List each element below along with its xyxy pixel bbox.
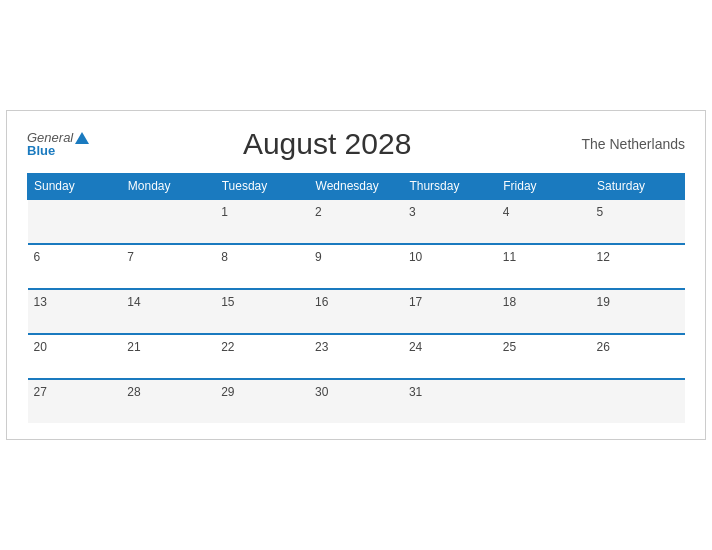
day-number: 30 [315, 385, 328, 399]
day-number: 5 [597, 205, 604, 219]
calendar-day-cell: 26 [591, 334, 685, 379]
day-number: 13 [34, 295, 47, 309]
calendar-day-cell: 10 [403, 244, 497, 289]
calendar-table: Sunday Monday Tuesday Wednesday Thursday… [27, 173, 685, 423]
day-number: 19 [597, 295, 610, 309]
calendar-day-cell: 29 [215, 379, 309, 423]
calendar-day-cell: 2 [309, 199, 403, 244]
calendar-container: General Blue August 2028 The Netherlands… [6, 110, 706, 440]
day-number: 27 [34, 385, 47, 399]
calendar-week-row: 20212223242526 [28, 334, 685, 379]
country-label: The Netherlands [565, 136, 685, 152]
calendar-day-cell: 23 [309, 334, 403, 379]
calendar-day-cell [591, 379, 685, 423]
calendar-day-cell: 17 [403, 289, 497, 334]
logo: General Blue [27, 131, 89, 158]
day-number: 14 [127, 295, 140, 309]
day-number: 15 [221, 295, 234, 309]
calendar-title: August 2028 [89, 127, 565, 161]
calendar-day-cell: 28 [121, 379, 215, 423]
day-number: 11 [503, 250, 516, 264]
calendar-body: 1234567891011121314151617181920212223242… [28, 199, 685, 423]
calendar-day-cell: 15 [215, 289, 309, 334]
calendar-day-cell: 9 [309, 244, 403, 289]
day-number: 3 [409, 205, 416, 219]
day-number: 16 [315, 295, 328, 309]
day-number: 2 [315, 205, 322, 219]
calendar-day-cell: 4 [497, 199, 591, 244]
day-number: 1 [221, 205, 228, 219]
day-number: 29 [221, 385, 234, 399]
calendar-day-cell: 18 [497, 289, 591, 334]
day-number: 12 [597, 250, 610, 264]
header-saturday: Saturday [591, 174, 685, 200]
calendar-day-cell [121, 199, 215, 244]
calendar-day-cell: 5 [591, 199, 685, 244]
day-number: 8 [221, 250, 228, 264]
day-number: 21 [127, 340, 140, 354]
header-friday: Friday [497, 174, 591, 200]
calendar-day-cell: 14 [121, 289, 215, 334]
day-number: 26 [597, 340, 610, 354]
header-thursday: Thursday [403, 174, 497, 200]
calendar-week-row: 2728293031 [28, 379, 685, 423]
calendar-day-cell: 8 [215, 244, 309, 289]
day-number: 22 [221, 340, 234, 354]
calendar-day-cell: 3 [403, 199, 497, 244]
header-sunday: Sunday [28, 174, 122, 200]
calendar-day-cell: 31 [403, 379, 497, 423]
header-tuesday: Tuesday [215, 174, 309, 200]
calendar-day-cell [497, 379, 591, 423]
weekday-header-row: Sunday Monday Tuesday Wednesday Thursday… [28, 174, 685, 200]
day-number: 20 [34, 340, 47, 354]
logo-triangle-icon [75, 132, 89, 144]
header-monday: Monday [121, 174, 215, 200]
day-number: 25 [503, 340, 516, 354]
calendar-week-row: 12345 [28, 199, 685, 244]
day-number: 31 [409, 385, 422, 399]
calendar-day-cell: 20 [28, 334, 122, 379]
calendar-day-cell: 25 [497, 334, 591, 379]
calendar-day-cell: 13 [28, 289, 122, 334]
header-wednesday: Wednesday [309, 174, 403, 200]
calendar-day-cell [28, 199, 122, 244]
calendar-day-cell: 30 [309, 379, 403, 423]
day-number: 6 [34, 250, 41, 264]
day-number: 9 [315, 250, 322, 264]
logo-general-text: General [27, 131, 89, 145]
calendar-day-cell: 27 [28, 379, 122, 423]
calendar-day-cell: 24 [403, 334, 497, 379]
calendar-day-cell: 21 [121, 334, 215, 379]
calendar-day-cell: 1 [215, 199, 309, 244]
day-number: 17 [409, 295, 422, 309]
calendar-header: General Blue August 2028 The Netherlands [27, 127, 685, 161]
day-number: 4 [503, 205, 510, 219]
day-number: 23 [315, 340, 328, 354]
calendar-day-cell: 6 [28, 244, 122, 289]
day-number: 10 [409, 250, 422, 264]
calendar-day-cell: 7 [121, 244, 215, 289]
day-number: 7 [127, 250, 134, 264]
calendar-day-cell: 11 [497, 244, 591, 289]
logo-blue-text: Blue [27, 144, 55, 157]
calendar-day-cell: 19 [591, 289, 685, 334]
calendar-week-row: 6789101112 [28, 244, 685, 289]
day-number: 24 [409, 340, 422, 354]
day-number: 28 [127, 385, 140, 399]
calendar-week-row: 13141516171819 [28, 289, 685, 334]
day-number: 18 [503, 295, 516, 309]
calendar-day-cell: 12 [591, 244, 685, 289]
calendar-day-cell: 22 [215, 334, 309, 379]
calendar-day-cell: 16 [309, 289, 403, 334]
